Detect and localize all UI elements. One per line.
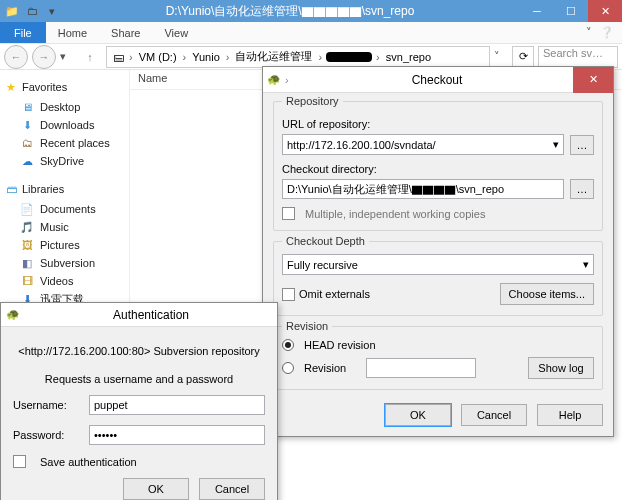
revision-radio[interactable] (282, 362, 294, 374)
revision-input[interactable] (366, 358, 476, 378)
head-label: HEAD revision (304, 339, 376, 351)
password-input[interactable]: •••••• (89, 425, 265, 445)
sidebar-item-downloads[interactable]: ⬇Downloads (4, 116, 125, 134)
sidebar-item-label: Videos (40, 275, 73, 287)
sidebar-item-label: Recent places (40, 137, 110, 149)
depth-value: Fully recursive (287, 259, 358, 271)
window-title: D:\Yunio\自动化运维管理\▇▇▇▇▇\svn_repo (60, 3, 520, 20)
libraries-header[interactable]: 🗃 Libraries (4, 182, 125, 196)
ribbon-collapse-icon[interactable]: ˅ (586, 26, 600, 39)
cloud-icon: ☁ (20, 154, 34, 168)
pictures-icon: 🖼 (20, 238, 34, 252)
auth-dialog: 🐢 Authentication <http://172.16.200.100:… (0, 302, 278, 500)
nav-back-button[interactable]: ← (4, 45, 28, 69)
sidebar-item-skydrive[interactable]: ☁SkyDrive (4, 152, 125, 170)
url-value: http://172.16.200.100/svndata/ (287, 139, 436, 151)
breadcrumb[interactable]: 🖴 › VM (D:) › Yunio › 自动化运维管理 › › svn_re… (106, 46, 490, 68)
refresh-button[interactable]: ⟳ (512, 46, 534, 68)
sidebar-item-recent[interactable]: 🗂Recent places (4, 134, 125, 152)
chevron-right-icon[interactable]: › (127, 51, 135, 63)
auth-cancel-button[interactable]: Cancel (199, 478, 265, 500)
nav-up-button[interactable]: ↑ (78, 45, 102, 69)
dialog-close-button[interactable]: ✕ (573, 67, 613, 93)
sidebar-item-documents[interactable]: 📄Documents (4, 200, 125, 218)
choose-items-button[interactable]: Choose items... (500, 283, 594, 305)
videos-icon: 🎞 (20, 274, 34, 288)
head-radio[interactable] (282, 339, 294, 351)
favorites-label: Favorites (22, 81, 67, 93)
qat-overflow-icon[interactable]: ▾ (44, 3, 60, 19)
revision-group: Revision HEAD revision Revision Show log (273, 326, 603, 390)
multiple-label: Multiple, independent working copies (305, 208, 485, 220)
search-input[interactable]: Search sv… (538, 46, 618, 68)
url-combo[interactable]: http://172.16.200.100/svndata/ ▾ (282, 134, 564, 155)
new-folder-icon[interactable]: 🗀 (24, 3, 40, 19)
repository-legend: Repository (282, 95, 343, 107)
dir-value: D:\Yunio\自动化运维管理\▇▇▇▇\svn_repo (287, 182, 504, 197)
show-log-button[interactable]: Show log (528, 357, 594, 379)
browse-dir-button[interactable]: … (570, 179, 594, 199)
save-auth-checkbox[interactable] (13, 455, 26, 468)
window-titlebar: 📁 🗀 ▾ D:\Yunio\自动化运维管理\▇▇▇▇▇\svn_repo ─ … (0, 0, 622, 22)
omit-checkbox[interactable] (282, 288, 295, 301)
chevron-down-icon: ▾ (553, 138, 559, 151)
auth-repo-line: <http://172.16.200.100:80> Subversion re… (13, 345, 265, 357)
tortoise-icon: 🐢 (263, 73, 285, 86)
ok-button[interactable]: OK (385, 404, 451, 426)
crumb-redacted[interactable] (326, 52, 372, 62)
tab-file[interactable]: File (0, 22, 46, 43)
maximize-button[interactable]: ☐ (554, 0, 588, 22)
crumb-0[interactable]: VM (D:) (137, 51, 179, 63)
chevron-right-icon[interactable]: › (224, 51, 232, 63)
desktop-icon: 🖥 (20, 100, 34, 114)
help-icon[interactable]: ❔ (600, 26, 622, 39)
breadcrumb-dropdown-icon[interactable]: ˅ (494, 50, 508, 63)
depth-legend: Checkout Depth (282, 235, 369, 247)
chevron-right-icon[interactable]: › (316, 51, 324, 63)
tab-view[interactable]: View (152, 23, 200, 43)
dir-input[interactable]: D:\Yunio\自动化运维管理\▇▇▇▇\svn_repo (282, 179, 564, 199)
minimize-button[interactable]: ─ (520, 0, 554, 22)
sidebar-item-label: Desktop (40, 101, 80, 113)
sidebar-item-videos[interactable]: 🎞Videos (4, 272, 125, 290)
crumb-4[interactable]: svn_repo (384, 51, 433, 63)
username-input[interactable]: puppet (89, 395, 265, 415)
sidebar-item-label: SkyDrive (40, 155, 84, 167)
revision-legend: Revision (282, 320, 332, 332)
crumb-1[interactable]: Yunio (190, 51, 222, 63)
browse-repo-button[interactable]: … (570, 135, 594, 155)
tortoise-icon: 🐢 (1, 308, 25, 321)
sidebar-item-desktop[interactable]: 🖥Desktop (4, 98, 125, 116)
sidebar-item-pictures[interactable]: 🖼Pictures (4, 236, 125, 254)
close-button[interactable]: ✕ (588, 0, 622, 22)
checkout-dialog: 🐢 › Checkout ✕ Repository URL of reposit… (262, 66, 614, 437)
favorites-header[interactable]: ★ Favorites (4, 80, 125, 94)
recent-icon: 🗂 (20, 136, 34, 150)
nav-forward-button[interactable]: → (32, 45, 56, 69)
sidebar-item-music[interactable]: 🎵Music (4, 218, 125, 236)
folder-icon: 📁 (4, 3, 20, 19)
ribbon-tabs: File Home Share View ˅ ❔ (0, 22, 622, 44)
tab-home[interactable]: Home (46, 23, 99, 43)
music-icon: 🎵 (20, 220, 34, 234)
cancel-button[interactable]: Cancel (461, 404, 527, 426)
crumb-2[interactable]: 自动化运维管理 (233, 49, 314, 64)
tab-share[interactable]: Share (99, 23, 152, 43)
sidebar-item-subversion[interactable]: ◧Subversion (4, 254, 125, 272)
sidebar-item-label: Pictures (40, 239, 80, 251)
password-label: Password: (13, 429, 79, 441)
depth-combo[interactable]: Fully recursive ▾ (282, 254, 594, 275)
multiple-checkbox[interactable] (282, 207, 295, 220)
repository-group: Repository URL of repository: http://172… (273, 101, 603, 231)
help-button[interactable]: Help (537, 404, 603, 426)
auth-ok-button[interactable]: OK (123, 478, 189, 500)
dir-label: Checkout directory: (282, 163, 594, 175)
depth-group: Checkout Depth Fully recursive ▾ Omit ex… (273, 241, 603, 316)
omit-label: Omit externals (299, 288, 370, 300)
chevron-right-icon[interactable]: › (374, 51, 382, 63)
chevron-right-icon[interactable]: › (181, 51, 189, 63)
url-label: URL of repository: (282, 118, 594, 130)
revision-label: Revision (304, 362, 360, 374)
dialog-title: Checkout (301, 73, 573, 87)
nav-history-icon[interactable]: ▾ (60, 50, 74, 63)
